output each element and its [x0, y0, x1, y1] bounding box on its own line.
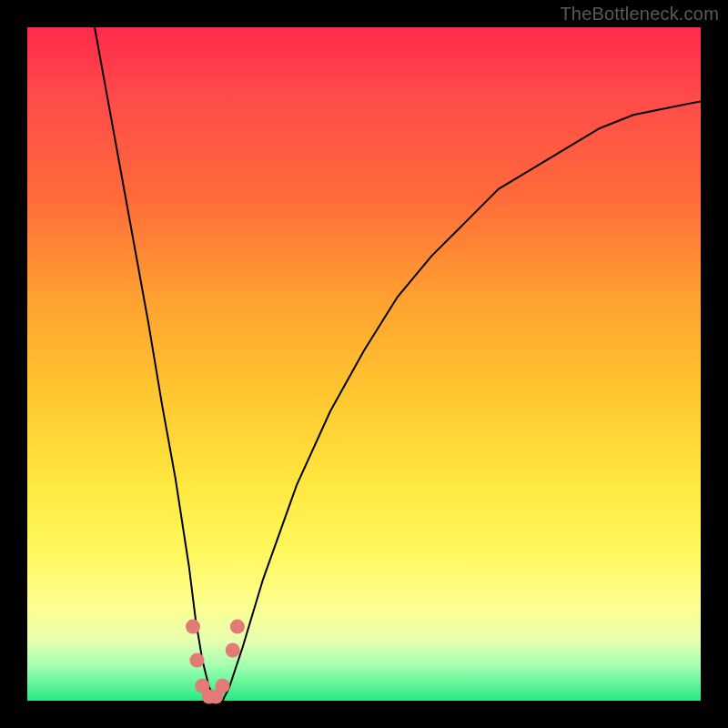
valley-marker: [226, 643, 240, 658]
valley-marker: [230, 620, 245, 634]
plot-area: [27, 27, 701, 701]
valley-markers: [186, 620, 245, 704]
chart-frame: TheBottleneck.com: [0, 0, 728, 728]
bottleneck-curve: [95, 27, 701, 701]
valley-marker: [186, 620, 200, 634]
valley-marker: [190, 653, 205, 668]
valley-marker: [216, 679, 230, 693]
watermark-text: TheBottleneck.com: [560, 4, 719, 25]
curve-svg: [27, 27, 701, 701]
